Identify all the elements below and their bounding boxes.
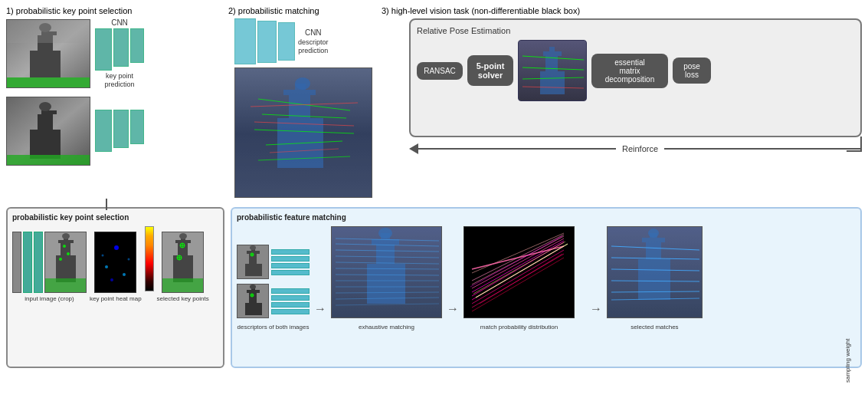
exhaustive-section: exhaustive matching [331, 226, 442, 331]
desc-bar-8 [271, 309, 310, 314]
desc-bar-1 [271, 249, 310, 255]
ransac-step: RANSAC [417, 62, 463, 80]
essential-matrix-step: essentialmatrixdecomposition [591, 54, 668, 88]
svg-rect-10 [7, 155, 90, 166]
pose-loss-step: poseloss [673, 58, 711, 84]
svg-rect-32 [45, 278, 87, 293]
desc-image-2 [237, 284, 269, 318]
cnn-layer-1 [95, 28, 112, 71]
descriptor-layers [234, 18, 295, 64]
desc-stack-2 [237, 284, 310, 318]
arrow-line [418, 148, 616, 150]
probability-section: match probability distribution [463, 226, 575, 331]
desc-bars-2 [271, 288, 310, 314]
reinforce-label: Reinforce [622, 144, 658, 153]
selected-kp-group: selected key points [157, 232, 209, 303]
bottom-right-title: probabilistic feature matching [237, 213, 856, 222]
input-image-stack [12, 232, 87, 293]
svg-rect-81 [464, 227, 575, 318]
exhaustive-label: exhaustive matching [359, 324, 414, 331]
sampling-weight-group: sampling weight [145, 226, 154, 303]
left-section: CNN key pointprediction [6, 18, 228, 202]
svg-point-31 [62, 233, 70, 239]
heatmap-label: key point heat map [90, 295, 142, 303]
descriptor-prediction-label: descriptorprediction [298, 38, 329, 55]
building-image-1 [6, 19, 90, 88]
image-pair-2 [6, 97, 228, 166]
input-image-group: input image (crop) [12, 232, 87, 303]
top-section: CNN key pointprediction [6, 18, 862, 202]
exhaustive-image [331, 226, 442, 318]
bottom-right-content: descriptors of both images → [237, 226, 856, 331]
bottom-left-box: probabilistic key point selection [6, 207, 224, 368]
image-pair-1: CNN key pointprediction [6, 18, 228, 89]
svg-rect-4 [7, 77, 90, 88]
cnn-block-1: CNN key pointprediction [95, 18, 144, 89]
kp-prediction-label: key pointprediction [104, 72, 134, 89]
stack-layer-1 [12, 232, 21, 293]
svg-point-38 [105, 265, 108, 268]
matching-image [234, 67, 372, 198]
stack-layer-3 [34, 232, 43, 293]
desc-bars-1 [271, 249, 310, 275]
five-point-step: 5-pointsolver [467, 55, 513, 86]
svg-point-41 [102, 255, 104, 257]
desc-bar-4 [271, 270, 310, 275]
svg-point-33 [63, 245, 66, 248]
svg-marker-30 [56, 236, 76, 282]
arrow-head-left [409, 143, 418, 154]
desc-layer-1 [234, 18, 256, 64]
svg-point-9 [39, 102, 51, 111]
middle-section: CNN descriptorprediction [234, 18, 403, 202]
descriptor-stacks [237, 245, 310, 318]
desc-layer-3 [278, 22, 295, 61]
cnn-label-1: CNN [111, 18, 128, 27]
svg-rect-100 [608, 227, 703, 318]
color-bar [145, 226, 154, 291]
svg-point-37 [114, 245, 119, 250]
selected-matches-section: selected matches [607, 226, 703, 331]
cnn-layer-2 [113, 28, 129, 67]
heatmap-image [94, 232, 136, 293]
selected-kp-label: selected key points [157, 295, 209, 303]
cnn-layer-4 [95, 110, 112, 152]
selected-matches-image [607, 226, 703, 318]
descriptors-section: descriptors of both images [237, 245, 310, 331]
desc-stack-1 [237, 245, 310, 279]
bottom-right-box: probabilistic feature matching [231, 207, 862, 368]
desc-bar-3 [271, 263, 310, 268]
cnn-layers-2 [95, 110, 144, 152]
svg-rect-46 [162, 278, 204, 293]
descriptors-label: descriptors of both images [237, 324, 310, 331]
cnn-label-2: CNN [298, 28, 329, 37]
desc-bar-5 [271, 288, 310, 294]
reinforce-section: Reinforce [409, 143, 862, 154]
pose-estimation-title: Relative Pose Estimation [417, 26, 854, 35]
arrow-2: → [447, 302, 459, 331]
cnn-block-2 [95, 110, 144, 152]
heatmap-group: key point heat map [90, 232, 142, 303]
right-section: Relative Pose Estimation RANSAC 5-points… [409, 18, 862, 202]
desc-bar-2 [271, 256, 310, 261]
desc-image-1 [237, 245, 269, 279]
pose-match-image [518, 40, 587, 101]
pose-estimation-box: Relative Pose Estimation RANSAC 5-points… [409, 18, 862, 137]
svg-rect-5 [7, 20, 90, 43]
bottom-left-title: probabilistic key point selection [12, 213, 218, 222]
cnn-layer-6 [130, 110, 144, 144]
pose-steps: RANSAC 5-pointsolver [417, 40, 854, 101]
svg-rect-36 [95, 232, 136, 293]
reinforce-arrow-container: Reinforce [409, 143, 862, 154]
arrow-3: → [590, 302, 602, 331]
svg-point-39 [123, 273, 126, 276]
selected-kp-image [162, 232, 204, 293]
br-sampling-weight-label: sampling weight [844, 321, 851, 383]
main-container: 1) probabilistic key point selection 2) … [0, 0, 868, 398]
svg-point-35 [59, 258, 62, 261]
input-crop-image [44, 232, 87, 293]
desc-bar-7 [271, 302, 310, 308]
cnn-layer-5 [113, 110, 129, 148]
svg-point-45 [179, 233, 187, 239]
desc-bar-6 [271, 295, 310, 301]
arrow-1: → [314, 302, 326, 331]
